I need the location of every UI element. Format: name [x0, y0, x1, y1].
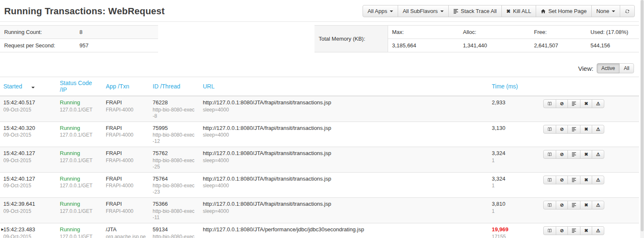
ban-icon: ⊘ — [560, 178, 564, 182]
none-button[interactable]: None — [591, 5, 620, 17]
row-ban-button[interactable]: ⊘ — [556, 99, 568, 108]
row-alert-button[interactable]: ⚠ — [592, 99, 604, 108]
row-kill-button[interactable]: ✖ — [580, 125, 592, 134]
thread-name: http-bio-8080-exec-25 — [153, 158, 196, 170]
status-text: Running — [60, 201, 99, 207]
column-header-app[interactable]: App /Txn — [102, 77, 149, 96]
row-details-button[interactable] — [543, 125, 556, 134]
txn-name: FRAPI-4000 — [106, 132, 146, 138]
ip-method: 127.0.0.1/GET — [60, 234, 99, 238]
sort-desc-icon — [31, 87, 35, 88]
row-alert-button[interactable]: ⚠ — [592, 150, 604, 159]
row-details-button[interactable] — [543, 226, 556, 235]
top-toolbar: All Apps All SubFlavors Stack Trace All … — [363, 5, 635, 17]
ip-method: 127.0.0.1/GET — [60, 132, 99, 138]
view-toggle-row: View: Active All — [0, 63, 634, 73]
ip-method: 127.0.0.1/GET — [60, 208, 99, 215]
view-label: View: — [578, 65, 593, 72]
row-alert-button[interactable]: ⚠ — [592, 226, 604, 235]
row-alert-button[interactable]: ⚠ — [592, 125, 604, 134]
memory-free-label: Free: — [530, 26, 586, 39]
align-left-icon — [572, 203, 576, 207]
row-kill-button[interactable]: ✖ — [580, 176, 592, 184]
book-icon — [547, 203, 552, 207]
txn-name: FRAPI-4000 — [106, 107, 146, 113]
all-apps-button[interactable]: All Apps — [363, 5, 398, 17]
all-subflavors-button[interactable]: All SubFlavors — [398, 5, 449, 17]
row-details-button[interactable] — [543, 150, 556, 159]
kill-all-button[interactable]: ✖ Kill ALL — [501, 5, 536, 17]
row-actions: ⊘ ✖ ⚠ — [543, 150, 604, 159]
row-stack-trace-button[interactable] — [567, 176, 580, 184]
kill-icon: ✖ — [506, 9, 511, 14]
row-ban-button[interactable]: ⊘ — [556, 125, 568, 134]
column-header-id[interactable]: ID /Thread — [149, 77, 199, 96]
ban-icon: ⊘ — [560, 152, 564, 157]
row-details-button[interactable] — [543, 176, 556, 184]
status-text: Running — [60, 99, 99, 106]
row-stack-trace-button[interactable] — [567, 226, 580, 235]
warning-icon: ⚠ — [596, 178, 600, 182]
request-url: http://127.0.0.1:8080/JTA/frapi/transit/… — [203, 150, 485, 157]
request-query: sleep=4000 — [203, 107, 485, 113]
row-stack-trace-button[interactable] — [567, 99, 580, 108]
align-left-icon — [453, 9, 458, 14]
row-stack-trace-button[interactable] — [567, 201, 580, 210]
request-url: http://127.0.0.1:8080/JTA/frapi/transit/… — [203, 125, 485, 132]
row-ban-button[interactable]: ⊘ — [556, 201, 568, 210]
row-details-button[interactable] — [543, 99, 556, 108]
column-header-time[interactable]: Time (ms) — [488, 77, 537, 96]
thread-name: http-bio-8080-exec-12 — [153, 132, 196, 145]
align-left-icon — [572, 178, 576, 182]
stack-trace-all-button[interactable]: Stack Trace All — [448, 5, 502, 17]
ip-method: 127.0.0.1/GET — [60, 158, 99, 164]
vertical-scrollbar[interactable] — [640, 0, 644, 238]
row-details-button[interactable] — [543, 201, 556, 210]
memory-used-value: 544,156 — [586, 39, 639, 52]
book-icon — [547, 178, 552, 182]
page-header: Running Transactions: WebRequest All App… — [0, 0, 639, 22]
row-alert-button[interactable]: ⚠ — [592, 201, 604, 210]
expand-row-icon[interactable]: ▶ — [1, 228, 4, 232]
refresh-button[interactable] — [620, 5, 635, 17]
request-url: http://127.0.0.1:8080/JTA/performance/jd… — [203, 226, 485, 233]
row-stack-trace-button[interactable] — [567, 125, 580, 134]
request-query: sleep=4000 — [203, 132, 485, 138]
started-date: 09-Oct-2015 — [3, 107, 53, 113]
column-header-started[interactable]: Started — [0, 77, 56, 96]
app-name: FRAPI — [106, 201, 146, 207]
page-title: Running Transactions: WebRequest — [4, 6, 165, 17]
scrollbar-thumb[interactable] — [641, 0, 644, 231]
view-active-button[interactable]: Active — [597, 63, 620, 73]
table-row: ▶ 15:42:40.127 09-Oct-2015 Running 127.0… — [0, 172, 639, 198]
app-name: FRAPI — [106, 176, 146, 182]
view-all-button[interactable]: All — [619, 63, 634, 73]
row-ban-button[interactable]: ⊘ — [556, 226, 568, 235]
row-kill-button[interactable]: ✖ — [580, 150, 592, 159]
row-ban-button[interactable]: ⊘ — [556, 176, 568, 184]
warning-icon: ⚠ — [596, 101, 600, 106]
running-count-value: 8 — [75, 26, 158, 39]
status-text: Running — [60, 125, 99, 132]
ban-icon: ⊘ — [560, 203, 564, 207]
caret-down-icon — [390, 10, 393, 12]
row-stack-trace-button[interactable] — [567, 150, 580, 159]
memory-alloc-label: Alloc: — [459, 26, 530, 39]
stats-section: Running Count: 8 Request per Second: 957… — [0, 25, 639, 52]
row-ban-button[interactable]: ⊘ — [556, 150, 568, 159]
all-apps-label: All Apps — [368, 8, 387, 14]
row-alert-button[interactable]: ⚠ — [592, 176, 604, 184]
align-left-icon — [572, 101, 576, 106]
started-date: 09-Oct-2015 — [3, 183, 53, 189]
column-header-url[interactable]: URL — [199, 77, 488, 96]
kill-all-label: Kill ALL — [513, 8, 531, 14]
set-home-page-button[interactable]: Set Home Page — [536, 5, 592, 17]
warning-icon: ⚠ — [596, 127, 600, 132]
row-kill-button[interactable]: ✖ — [580, 226, 592, 235]
request-query: sleep=4000 — [203, 208, 485, 215]
column-header-status[interactable]: Status Code /IP — [56, 77, 102, 96]
row-kill-button[interactable]: ✖ — [580, 99, 592, 108]
row-kill-button[interactable]: ✖ — [580, 201, 592, 210]
request-url: http://127.0.0.1:8080/JTA/frapi/transit/… — [203, 176, 485, 182]
txn-id: 75366 — [153, 201, 196, 207]
